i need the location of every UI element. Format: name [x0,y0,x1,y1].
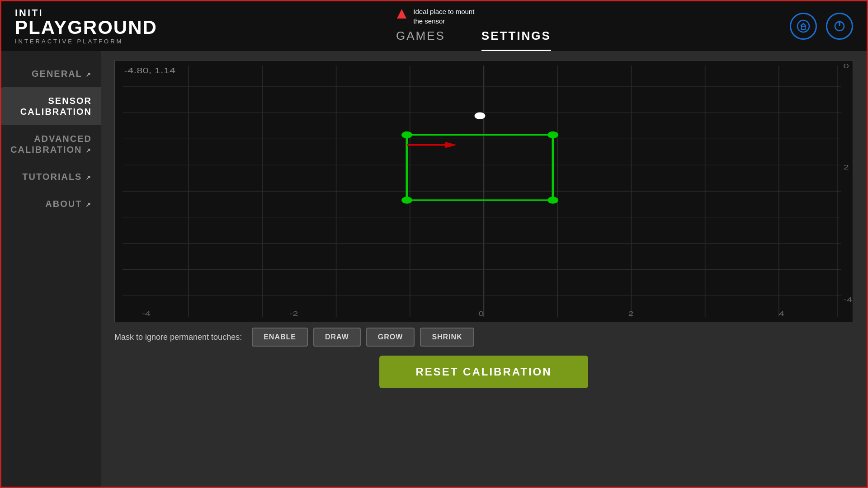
main-layout: GENERAL ↗ SENSOR CALIBRATION ADVANCED CA… [1,51,867,488]
svg-point-34 [547,131,558,139]
svg-text:4: 4 [779,310,784,317]
draw-button[interactable]: DRAW [313,328,361,347]
grow-button[interactable]: GROW [366,328,415,347]
svg-point-33 [401,131,412,139]
tutorials-arrow: ↗ [85,174,92,181]
sidebar-item-sensor-calibration[interactable]: SENSOR CALIBRATION [1,87,101,125]
logo-area: INITI PLAYGROUND INTERACTIVE PLATFORM [15,8,157,45]
svg-rect-1 [802,26,805,29]
enable-button[interactable]: ENABLE [252,328,308,347]
logo-playground: PLAYGROUND [15,18,157,37]
svg-text:-2: -2 [289,310,298,317]
sidebar-item-advanced-calibration[interactable]: ADVANCED CALIBRATION ↗ [1,125,101,163]
svg-marker-38 [445,142,457,148]
chart-container[interactable]: 0 2 -4 -4 -2 0 2 4 -4.80, 1.14 [114,60,853,322]
svg-point-39 [475,112,486,119]
sensor-tooltip: ▲ Ideal place to mount the sensor [394,7,475,26]
sidebar-item-general[interactable]: GENERAL ↗ [1,60,101,87]
svg-text:2: 2 [628,310,634,317]
topbar: INITI PLAYGROUND INTERACTIVE PLATFORM ▲ … [1,1,867,51]
bottom-controls: Mask to ignore permanent touches: ENABLE… [114,322,853,347]
svg-point-35 [401,197,412,204]
svg-text:2: 2 [844,164,849,171]
sensor-tooltip-text: Ideal place to mount the sensor [413,7,474,26]
svg-text:-4: -4 [844,296,853,303]
sidebar: GENERAL ↗ SENSOR CALIBRATION ADVANCED CA… [1,51,101,488]
about-arrow: ↗ [85,201,92,208]
svg-text:0: 0 [478,310,484,317]
nav-icons [790,13,853,40]
mask-label: Mask to ignore permanent touches: [114,333,242,342]
logo-subtitle: INTERACTIVE PLATFORM [15,38,123,45]
svg-text:-4: -4 [142,310,151,317]
sidebar-item-about[interactable]: ABOUT ↗ [1,190,101,217]
sidebar-item-tutorials[interactable]: TUTORIALS ↗ [1,163,101,190]
sensor-up-arrow: ▲ [394,5,410,21]
home-icon-button[interactable] [790,13,817,40]
nav-games[interactable]: GAMES [396,29,445,43]
advanced-arrow: ↗ [85,147,92,154]
general-arrow: ↗ [85,71,92,78]
svg-text:-4.80, 1.14: -4.80, 1.14 [124,67,175,75]
svg-point-36 [547,197,558,204]
reset-calibration-button[interactable]: RESET CALIBRATION [379,356,588,388]
power-icon-button[interactable] [826,13,853,40]
nav-settings[interactable]: SETTINGS [481,29,551,43]
content-area: 0 2 -4 -4 -2 0 2 4 -4.80, 1.14 [101,51,867,488]
svg-text:0: 0 [844,62,849,70]
reset-area: RESET CALIBRATION [114,356,853,388]
shrink-button[interactable]: SHRINK [420,328,474,347]
